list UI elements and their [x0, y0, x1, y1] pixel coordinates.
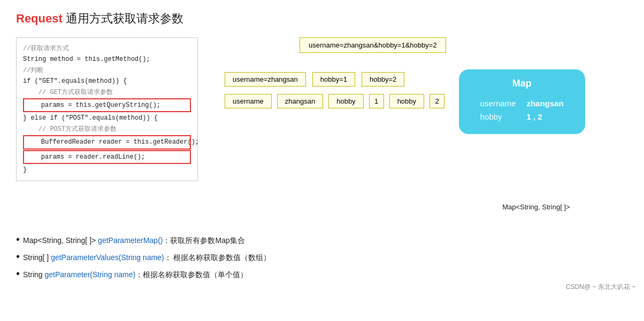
code-line-9: BufferedReader reader = this.getReader()… [23, 135, 191, 149]
bullet-item-2: • String[ ] getParameterValues(String na… [16, 251, 628, 263]
method-name-1: getParameterMap() [98, 236, 163, 245]
bullet-dot-1: • [16, 234, 20, 245]
map-row-hobby: hobby 1 , 2 [475, 110, 569, 123]
map-label: Map<String, String[ ]> [502, 203, 570, 211]
code-line-1: //获取请求方式 [23, 43, 191, 54]
param-box-2: hobby=1 [312, 72, 355, 87]
title-chinese: 通用方式获取请求参数 [63, 12, 183, 25]
bullet-item-3: • String getParameter(String name)：根据名称获… [16, 268, 628, 280]
bullet-text-2: String[ ] getParameterValues(String name… [23, 253, 271, 263]
kv-hobby2-key: hobby [389, 94, 424, 108]
kv-row: username zhangsan hobby 1 hobby 2 [225, 94, 446, 108]
bullet-list: • Map<String, String[ ]> getParameterMap… [16, 234, 628, 280]
map-key-hobby: hobby [475, 110, 522, 123]
kv-hobby-key: hobby [328, 94, 363, 108]
bullet-text-1: Map<String, String[ ]> getParameterMap()… [23, 236, 245, 246]
map-row-username: username zhangsan [475, 97, 569, 110]
code-line-3: //判断 [23, 65, 191, 76]
code-line-6: params = this.getQueryString(); [23, 98, 191, 112]
kv-hobby-val1: 1 [369, 94, 384, 108]
method-name-3: getParameter(String name) [44, 270, 135, 279]
code-line-8: // POST方式获取请求参数 [23, 124, 191, 135]
bullet-item-1: • Map<String, String[ ]> getParameterMap… [16, 234, 628, 246]
bullet-dot-2: • [16, 251, 20, 262]
kv-username-val: zhangsan [277, 94, 323, 108]
diagram-area: username=zhangsan&hobby=1&hobby=2 userna… [214, 37, 585, 219]
title-red: Request [16, 12, 63, 25]
map-val-username: zhangsan [521, 97, 569, 110]
kv-hobby-val2: 2 [430, 94, 444, 108]
page-title: Request 通用方式获取请求参数 [16, 11, 628, 27]
url-box: username=zhangsan&hobby=1&hobby=2 [300, 37, 446, 53]
map-card: Map username zhangsan hobby 1 , 2 [459, 69, 585, 134]
code-line-11: } [23, 165, 191, 175]
code-line-5: // GET方式获取请求参数 [23, 87, 191, 98]
param-box-3: hobby=2 [362, 72, 404, 87]
footer: CSDN@ ~ 东北大叭花 ~ [566, 283, 635, 292]
map-card-title: Map [475, 78, 569, 89]
parsed-params-row: username=zhangsan hobby=1 hobby=2 [225, 72, 446, 87]
code-line-2: String method = this.getMethod(); [23, 54, 191, 65]
bullet-text-3: String getParameter(String name)：根据名称获取参… [23, 270, 248, 280]
bullet-dot-3: • [16, 268, 20, 279]
map-table: username zhangsan hobby 1 , 2 [475, 97, 569, 123]
main-content: //获取请求方式 String method = this.getMethod(… [16, 37, 628, 219]
kv-username-key: username [225, 94, 272, 108]
param-box-1: username=zhangsan [225, 72, 306, 87]
map-val-hobby: 1 , 2 [521, 110, 569, 123]
code-line-10: params = reader.readLine(); [23, 150, 191, 164]
code-line-4: if ("GET".equals(method)) { [23, 76, 191, 87]
page-container: Request 通用方式获取请求参数 //获取请求方式 String metho… [0, 0, 644, 296]
url-bar-row: username=zhangsan&hobby=1&hobby=2 [257, 37, 446, 62]
code-line-7: } else if ("POST".equals(method)) { [23, 113, 191, 123]
map-key-username: username [475, 97, 522, 110]
code-block: //获取请求方式 String method = this.getMethod(… [16, 37, 198, 181]
method-name-2: getParameterValues(String name) [51, 253, 164, 262]
